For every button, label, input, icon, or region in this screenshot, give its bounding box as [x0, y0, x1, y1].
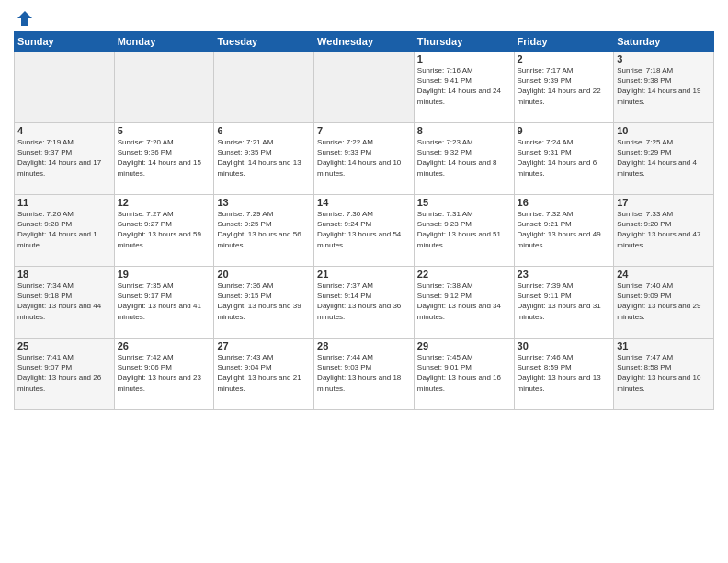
day-info: Sunrise: 7:19 AMSunset: 9:37 PMDaylight:…	[17, 137, 111, 178]
table-row: 4Sunrise: 7:19 AMSunset: 9:37 PMDaylight…	[15, 123, 115, 195]
calendar-header-row: Sunday Monday Tuesday Wednesday Thursday…	[15, 32, 714, 52]
table-row: 24Sunrise: 7:40 AMSunset: 9:09 PMDayligh…	[614, 267, 714, 339]
calendar-table: Sunday Monday Tuesday Wednesday Thursday…	[14, 31, 714, 410]
table-row: 17Sunrise: 7:33 AMSunset: 9:20 PMDayligh…	[614, 195, 714, 267]
day-info: Sunrise: 7:47 AMSunset: 8:58 PMDaylight:…	[617, 352, 711, 394]
day-number: 1	[417, 53, 511, 64]
table-row: 22Sunrise: 7:38 AMSunset: 9:12 PMDayligh…	[414, 267, 514, 339]
day-info: Sunrise: 7:44 AMSunset: 9:03 PMDaylight:…	[317, 352, 411, 394]
day-info: Sunrise: 7:40 AMSunset: 9:09 PMDaylight:…	[617, 281, 711, 322]
calendar-week-row: 4Sunrise: 7:19 AMSunset: 9:37 PMDaylight…	[15, 123, 714, 195]
day-info: Sunrise: 7:37 AMSunset: 9:14 PMDaylight:…	[317, 281, 411, 322]
table-row: 5Sunrise: 7:20 AMSunset: 9:36 PMDaylight…	[114, 123, 214, 195]
day-info: Sunrise: 7:33 AMSunset: 9:20 PMDaylight:…	[617, 209, 711, 250]
table-row	[15, 52, 115, 123]
day-info: Sunrise: 7:20 AMSunset: 9:36 PMDaylight:…	[118, 137, 211, 178]
day-info: Sunrise: 7:17 AMSunset: 9:39 PMDaylight:…	[518, 65, 611, 107]
day-number: 15	[417, 197, 511, 208]
day-number: 22	[417, 269, 511, 280]
table-row: 26Sunrise: 7:42 AMSunset: 9:06 PMDayligh…	[114, 339, 214, 410]
logo	[14, 9, 34, 28]
table-row: 16Sunrise: 7:32 AMSunset: 9:21 PMDayligh…	[514, 195, 614, 267]
table-row: 12Sunrise: 7:27 AMSunset: 9:27 PMDayligh…	[114, 195, 214, 267]
day-info: Sunrise: 7:46 AMSunset: 8:59 PMDaylight:…	[518, 352, 611, 394]
day-number: 9	[518, 125, 611, 136]
table-row: 27Sunrise: 7:43 AMSunset: 9:04 PMDayligh…	[214, 339, 314, 410]
table-row: 19Sunrise: 7:35 AMSunset: 9:17 PMDayligh…	[114, 267, 214, 339]
day-info: Sunrise: 7:16 AMSunset: 9:41 PMDaylight:…	[417, 65, 511, 107]
day-info: Sunrise: 7:27 AMSunset: 9:27 PMDaylight:…	[118, 209, 211, 250]
day-number: 23	[518, 269, 611, 280]
day-info: Sunrise: 7:31 AMSunset: 9:23 PMDaylight:…	[417, 209, 511, 250]
table-row: 9Sunrise: 7:24 AMSunset: 9:31 PMDaylight…	[514, 123, 614, 195]
table-row: 10Sunrise: 7:25 AMSunset: 9:29 PMDayligh…	[614, 123, 714, 195]
day-info: Sunrise: 7:32 AMSunset: 9:21 PMDaylight:…	[518, 209, 611, 250]
day-info: Sunrise: 7:23 AMSunset: 9:32 PMDaylight:…	[417, 137, 511, 178]
day-number: 5	[118, 125, 211, 136]
day-number: 14	[317, 197, 411, 208]
table-row: 31Sunrise: 7:47 AMSunset: 8:58 PMDayligh…	[614, 339, 714, 410]
day-info: Sunrise: 7:30 AMSunset: 9:24 PMDaylight:…	[317, 209, 411, 250]
table-row: 7Sunrise: 7:22 AMSunset: 9:33 PMDaylight…	[314, 123, 415, 195]
table-row: 11Sunrise: 7:26 AMSunset: 9:28 PMDayligh…	[15, 195, 115, 267]
table-row: 3Sunrise: 7:18 AMSunset: 9:38 PMDaylight…	[614, 52, 714, 123]
table-row	[114, 52, 214, 123]
day-info: Sunrise: 7:45 AMSunset: 9:01 PMDaylight:…	[417, 352, 511, 394]
day-number: 25	[17, 340, 111, 351]
day-number: 18	[17, 269, 111, 280]
day-number: 10	[617, 125, 711, 136]
day-number: 28	[317, 340, 411, 351]
day-info: Sunrise: 7:29 AMSunset: 9:25 PMDaylight:…	[217, 209, 311, 250]
col-saturday: Saturday	[614, 32, 714, 52]
day-number: 3	[617, 53, 711, 64]
header	[14, 9, 714, 28]
calendar-week-row: 18Sunrise: 7:34 AMSunset: 9:18 PMDayligh…	[15, 267, 714, 339]
day-number: 4	[17, 125, 111, 136]
day-number: 31	[617, 340, 711, 351]
day-info: Sunrise: 7:41 AMSunset: 9:07 PMDaylight:…	[17, 352, 111, 394]
day-number: 8	[417, 125, 511, 136]
day-info: Sunrise: 7:24 AMSunset: 9:31 PMDaylight:…	[518, 137, 611, 178]
table-row: 20Sunrise: 7:36 AMSunset: 9:15 PMDayligh…	[214, 267, 314, 339]
day-number: 11	[17, 197, 111, 208]
day-number: 20	[217, 269, 311, 280]
calendar-week-row: 25Sunrise: 7:41 AMSunset: 9:07 PMDayligh…	[15, 339, 714, 410]
day-info: Sunrise: 7:22 AMSunset: 9:33 PMDaylight:…	[317, 137, 411, 178]
day-info: Sunrise: 7:25 AMSunset: 9:29 PMDaylight:…	[617, 137, 711, 178]
table-row: 28Sunrise: 7:44 AMSunset: 9:03 PMDayligh…	[314, 339, 415, 410]
day-number: 6	[217, 125, 311, 136]
day-info: Sunrise: 7:38 AMSunset: 9:12 PMDaylight:…	[417, 281, 511, 322]
table-row: 14Sunrise: 7:30 AMSunset: 9:24 PMDayligh…	[314, 195, 415, 267]
table-row	[214, 52, 314, 123]
table-row: 18Sunrise: 7:34 AMSunset: 9:18 PMDayligh…	[15, 267, 115, 339]
page: Sunday Monday Tuesday Wednesday Thursday…	[0, 0, 728, 563]
col-wednesday: Wednesday	[314, 32, 415, 52]
table-row: 21Sunrise: 7:37 AMSunset: 9:14 PMDayligh…	[314, 267, 415, 339]
day-number: 17	[617, 197, 711, 208]
table-row: 1Sunrise: 7:16 AMSunset: 9:41 PMDaylight…	[414, 52, 514, 123]
day-info: Sunrise: 7:18 AMSunset: 9:38 PMDaylight:…	[617, 65, 711, 107]
day-info: Sunrise: 7:43 AMSunset: 9:04 PMDaylight:…	[217, 352, 311, 394]
day-info: Sunrise: 7:39 AMSunset: 9:11 PMDaylight:…	[518, 281, 611, 322]
svg-marker-0	[17, 11, 32, 26]
day-number: 30	[518, 340, 611, 351]
day-info: Sunrise: 7:35 AMSunset: 9:17 PMDaylight:…	[118, 281, 211, 322]
day-info: Sunrise: 7:26 AMSunset: 9:28 PMDaylight:…	[17, 209, 111, 250]
day-number: 21	[317, 269, 411, 280]
table-row: 30Sunrise: 7:46 AMSunset: 8:59 PMDayligh…	[514, 339, 614, 410]
table-row: 2Sunrise: 7:17 AMSunset: 9:39 PMDaylight…	[514, 52, 614, 123]
table-row: 6Sunrise: 7:21 AMSunset: 9:35 PMDaylight…	[214, 123, 314, 195]
table-row: 29Sunrise: 7:45 AMSunset: 9:01 PMDayligh…	[414, 339, 514, 410]
day-number: 27	[217, 340, 311, 351]
day-number: 13	[217, 197, 311, 208]
col-tuesday: Tuesday	[214, 32, 314, 52]
calendar-week-row: 11Sunrise: 7:26 AMSunset: 9:28 PMDayligh…	[15, 195, 714, 267]
table-row: 23Sunrise: 7:39 AMSunset: 9:11 PMDayligh…	[514, 267, 614, 339]
day-info: Sunrise: 7:21 AMSunset: 9:35 PMDaylight:…	[217, 137, 311, 178]
day-number: 26	[118, 340, 211, 351]
day-number: 7	[317, 125, 411, 136]
day-number: 29	[417, 340, 511, 351]
table-row	[314, 52, 415, 123]
day-number: 19	[118, 269, 211, 280]
col-friday: Friday	[514, 32, 614, 52]
